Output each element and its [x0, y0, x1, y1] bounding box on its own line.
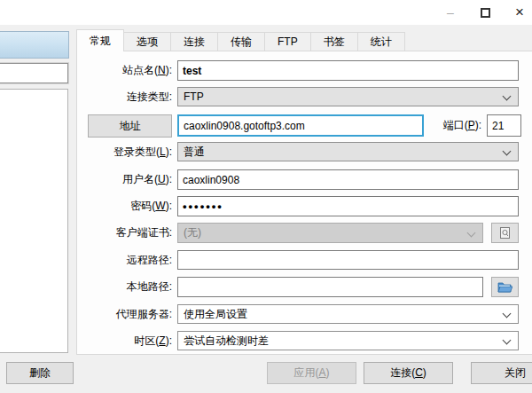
client-cert-select: (无)	[177, 223, 483, 243]
close-button[interactable]: ×	[506, 2, 532, 23]
site-tree[interactable]	[0, 89, 68, 353]
close-dialog-button[interactable]: 关闭	[471, 362, 532, 384]
tab-statistics[interactable]: 统计	[358, 32, 405, 51]
tab-ftp[interactable]: FTP	[265, 32, 311, 51]
login-type-select[interactable]: 普通	[177, 142, 519, 161]
chevron-down-icon	[503, 92, 512, 101]
open-folder-icon	[497, 281, 512, 294]
login-type-label: 登录类型(L):	[74, 142, 172, 162]
apply-button: 应用(A)	[267, 362, 356, 384]
tab-transfer[interactable]: 传输	[218, 32, 265, 51]
certificate-browse-button[interactable]	[491, 223, 519, 243]
proxy-select[interactable]: 使用全局设置	[177, 304, 519, 324]
timezone-select[interactable]: 尝试自动检测时差	[177, 331, 519, 350]
site-name-input[interactable]	[177, 60, 519, 81]
connection-type-select[interactable]: FTP	[177, 87, 519, 106]
tab-general[interactable]: 常规	[76, 29, 124, 51]
delete-button[interactable]: 删除	[6, 362, 74, 384]
chevron-down-icon	[503, 310, 512, 318]
remote-path-label: 远程路径:	[74, 250, 172, 271]
tab-bookmarks[interactable]: 书签	[311, 32, 358, 51]
tab-connection[interactable]: 连接	[171, 32, 218, 51]
local-path-label: 本地路径:	[74, 277, 172, 297]
site-filter-input[interactable]	[0, 63, 68, 83]
chevron-down-icon	[503, 147, 512, 156]
tab-options[interactable]: 选项	[124, 32, 171, 51]
chevron-down-icon	[503, 336, 512, 345]
proxy-label: 代理服务器:	[74, 304, 172, 325]
local-path-input[interactable]	[177, 277, 483, 297]
minimize-button[interactable]: –	[437, 2, 464, 23]
timezone-label: 时区(Z):	[74, 331, 172, 351]
maximize-button[interactable]	[472, 2, 498, 23]
connect-button[interactable]: 连接(C)	[364, 362, 453, 384]
port-input[interactable]	[487, 114, 521, 137]
connection-type-label: 连接类型:	[74, 87, 172, 107]
address-button[interactable]: 地址	[88, 114, 172, 138]
site-list-toolbar	[0, 31, 69, 59]
maximize-icon	[481, 8, 490, 18]
minimize-icon: –	[447, 5, 454, 20]
chevron-down-icon	[467, 229, 476, 238]
tab-strip: 常规 选项 连接 传输 FTP 书签 统计	[76, 29, 405, 51]
close-icon: ×	[515, 4, 524, 21]
title-bar: – ×	[0, 0, 532, 25]
local-path-browse-button[interactable]	[491, 277, 519, 297]
password-label: 密码(W):	[74, 196, 172, 216]
password-input[interactable]	[177, 196, 519, 216]
site-name-label: 站点名(N):	[74, 60, 172, 81]
username-label: 用户名(U):	[74, 169, 172, 190]
client-cert-label: 客户端证书:	[74, 223, 172, 243]
port-label: 端口(P):	[384, 115, 481, 136]
certificate-icon	[498, 226, 512, 240]
remote-path-input[interactable]	[177, 250, 519, 270]
username-input[interactable]	[177, 169, 519, 190]
